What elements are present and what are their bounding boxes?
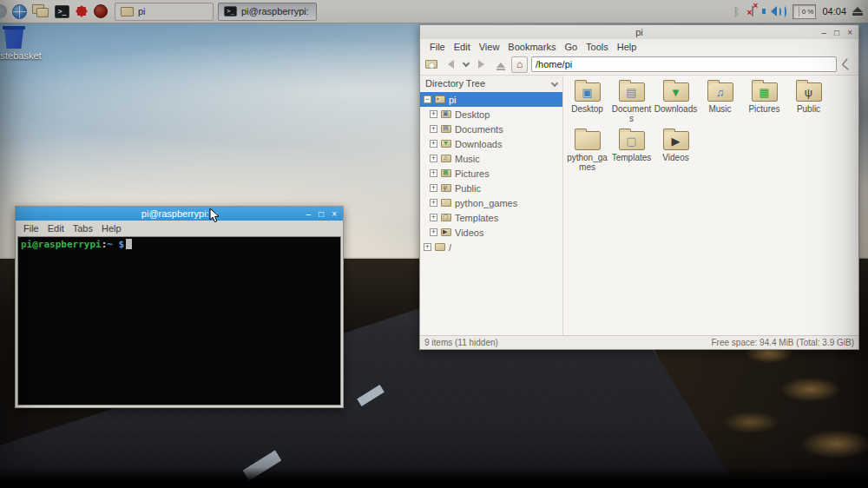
fm-menubar: File Edit View Bookmarks Go Tools Help [420, 39, 858, 54]
folder-icon: ▦ [752, 82, 778, 102]
menu-edit[interactable]: Edit [450, 42, 475, 52]
terminal-menubar: File Edit Tabs Help [16, 221, 343, 236]
folder-icon: ▣ [441, 110, 451, 118]
collapse-icon[interactable] [424, 96, 431, 103]
fm-window-title: pi [420, 27, 858, 37]
prompt-symbol: $ [113, 239, 124, 250]
expand-icon[interactable] [430, 110, 437, 118]
forward-button[interactable] [477, 57, 490, 71]
menu-help[interactable]: Help [97, 223, 126, 234]
volume-icon[interactable] [766, 6, 786, 17]
tree-item-downloads[interactable]: ▼ Downloads [420, 136, 562, 151]
terminal-icon: >_ [224, 6, 237, 16]
folder-icon: ψ [796, 82, 822, 102]
folder-icon [575, 131, 601, 150]
expand-icon[interactable] [430, 140, 437, 148]
tree-item-root[interactable]: / [420, 240, 562, 254]
wolfram-icon[interactable] [94, 4, 108, 18]
menu-help[interactable]: Help [613, 42, 641, 52]
tree-item-desktop[interactable]: ▣ Desktop [420, 107, 562, 122]
folder-icon: ♫ [441, 155, 451, 162]
tree-item-python-games[interactable]: python_games [420, 195, 562, 210]
expand-icon[interactable] [430, 155, 437, 162]
folder-item-python-games[interactable]: python_games [565, 127, 609, 172]
folder-item-templates[interactable]: ▢ Templates [609, 127, 654, 172]
tree-item-videos[interactable]: ▶ Videos [420, 225, 562, 240]
folder-icon: ψ [441, 184, 451, 192]
path-input[interactable]: /home/pi [531, 56, 837, 72]
up-button[interactable] [494, 57, 508, 71]
tree-item-pi[interactable]: ▪ pi [420, 92, 562, 107]
wastebasket-desktop-icon[interactable]: Wastebasket [0, 26, 42, 61]
tree-item-documents[interactable]: ▤ Documents [420, 122, 562, 136]
folder-item-desktop[interactable]: ▣ Desktop [565, 78, 609, 123]
network-disconnected-icon[interactable]: ×× [746, 4, 760, 19]
menu-edit[interactable]: Edit [43, 223, 69, 234]
wastebasket-label: Wastebasket [0, 50, 42, 61]
home-button[interactable]: ⌂ [511, 56, 528, 73]
folder-icon: ▶ [441, 228, 451, 236]
fm-statusbar: 9 items (11 hidden) Free space: 94.4 MiB… [420, 335, 858, 349]
expand-icon[interactable] [430, 184, 437, 192]
web-browser-icon[interactable] [12, 4, 27, 19]
toolbar-go-icon[interactable] [840, 57, 854, 71]
menu-go[interactable]: Go [560, 42, 582, 52]
taskbar: >_ pi >_ pi@raspberrypi: ~ ᛒ ×× 0 % 04:0… [0, 0, 868, 23]
free-space: Free space: 94.4 MiB (Total: 3.9 GiB) [711, 338, 854, 347]
folder-item-documents[interactable]: ▤ Documents [609, 78, 654, 123]
expand-icon[interactable] [430, 169, 437, 177]
folder-icon: ▶ [663, 131, 689, 150]
expand-icon[interactable] [430, 214, 437, 221]
expand-icon[interactable] [430, 228, 437, 236]
menu-file[interactable]: File [19, 223, 43, 234]
menu-tools[interactable]: Tools [582, 42, 613, 52]
folder-item-music[interactable]: ♫ Music [698, 78, 742, 123]
taskbar-window-pi[interactable]: pi [115, 3, 214, 21]
file-manager-icon[interactable] [32, 4, 49, 18]
wastebasket-icon [3, 26, 24, 49]
system-tray: ᛒ ×× 0 % 04:04 [733, 4, 865, 19]
terminal-titlebar[interactable]: pi@raspberrypi: ~ – □ × [16, 207, 343, 221]
folder-item-downloads[interactable]: ▼ Downloads [654, 78, 698, 123]
menu-bookmarks[interactable]: Bookmarks [503, 42, 560, 52]
cpu-monitor[interactable]: 0 % [792, 4, 816, 19]
folder-item-videos[interactable]: ▶ Videos [654, 127, 698, 172]
new-tab-button[interactable] [424, 57, 438, 71]
fm-sidebar: Directory Tree ▪ pi ▣ Desktop ▤ Documen [420, 76, 563, 335]
menu-file[interactable]: File [425, 42, 450, 52]
expand-icon[interactable] [424, 243, 431, 251]
folder-icon: ▢ [441, 214, 451, 221]
file-manager-window: pi – □ × File Edit View Bookmarks Go Too… [419, 24, 859, 350]
taskbar-launchers: >_ [3, 4, 108, 19]
prompt-user-host: pi@raspberrypi [21, 239, 102, 250]
terminal-screen[interactable]: pi@raspberrypi:~ $ [17, 236, 341, 406]
expand-icon[interactable] [430, 199, 437, 207]
expand-icon[interactable] [430, 125, 437, 133]
fm-titlebar[interactable]: pi – □ × [420, 25, 858, 39]
folder-icon: ▦ [441, 169, 451, 177]
back-button[interactable] [442, 57, 456, 71]
folder-item-public[interactable]: ψ Public [786, 78, 831, 123]
tree-item-templates[interactable]: ▢ Templates [420, 210, 562, 225]
history-dropdown-icon[interactable] [459, 57, 473, 71]
folder-icon: ▤ [441, 125, 451, 133]
tree-item-pictures[interactable]: ▦ Pictures [420, 166, 562, 181]
bluetooth-icon[interactable]: ᛒ [733, 6, 740, 17]
prompt-path: ~ [107, 239, 113, 250]
menu-view[interactable]: View [475, 42, 504, 52]
items-count: 9 items (11 hidden) [424, 338, 498, 347]
clock: 04:04 [822, 6, 846, 16]
folder-icon: ▤ [619, 82, 645, 102]
tree-item-music[interactable]: ♫ Music [420, 151, 562, 166]
eject-icon[interactable] [852, 7, 863, 16]
menu-icon[interactable] [0, 4, 7, 18]
tree-item-public[interactable]: ψ Public [420, 181, 562, 195]
mathematica-icon[interactable] [75, 4, 89, 18]
taskbar-window-terminal[interactable]: >_ pi@raspberrypi: ~ [218, 3, 317, 21]
fm-icon-view[interactable]: ▣ Desktop ▤ Documents ▼ Downloads ♫ Musi… [563, 76, 858, 335]
side-pane-selector[interactable]: Directory Tree [420, 76, 562, 90]
menu-tabs[interactable]: Tabs [69, 223, 97, 234]
terminal-icon[interactable]: >_ [55, 5, 69, 18]
folder-item-pictures[interactable]: ▦ Pictures [742, 78, 786, 123]
terminal-window-title: pi@raspberrypi: ~ [16, 208, 343, 219]
